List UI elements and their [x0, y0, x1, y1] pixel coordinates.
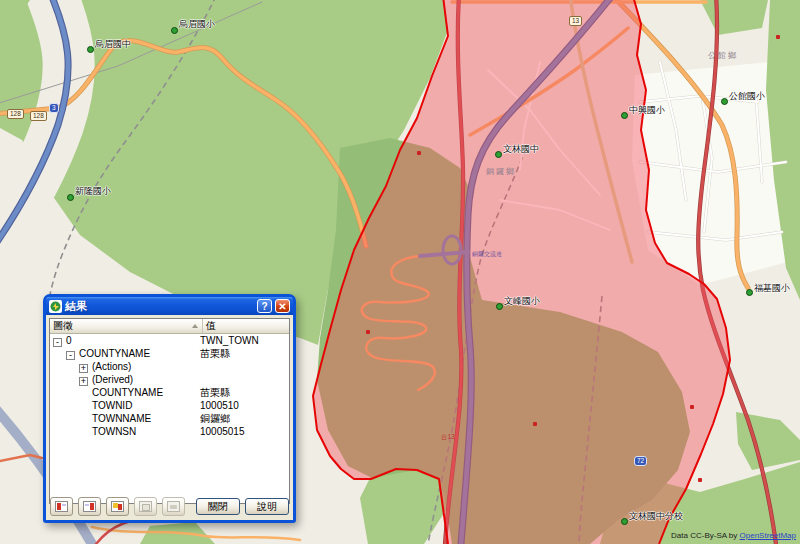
openstreetmap-link[interactable]: OpenStreetMap: [740, 531, 796, 540]
feature-value: 苗栗縣: [200, 347, 230, 360]
table-row[interactable]: COUNTYNAME苗栗縣: [50, 386, 289, 399]
feature-name: TOWNID: [92, 400, 132, 411]
sort-indicator: [192, 324, 198, 328]
expand-new-results-icon: [111, 501, 124, 512]
table-row[interactable]: +(Actions): [50, 360, 289, 373]
column-header-value[interactable]: 值: [203, 319, 289, 333]
table-row[interactable]: -0TWN_TOWN: [50, 334, 289, 347]
feature-value: 1000510: [200, 399, 239, 412]
collapse-tree-button[interactable]: [78, 497, 101, 516]
window-title: 結果: [65, 299, 254, 314]
print-button[interactable]: [162, 497, 185, 516]
results-table[interactable]: 圖徵 值 -0TWN_TOWN-COUNTYNAME苗栗縣+(Actions)+…: [49, 318, 290, 504]
results-toolbar: [50, 497, 185, 516]
table-row[interactable]: TOWNSN10005015: [50, 425, 289, 438]
expand-tree-button[interactable]: [50, 497, 73, 516]
expand-tree-icon: [55, 501, 68, 512]
dialog-button-row: 關閉 說明: [50, 497, 289, 516]
feature-name: (Actions): [92, 361, 131, 372]
print-icon: [167, 501, 180, 512]
tree-expand-toggle[interactable]: +: [79, 364, 88, 373]
expand-new-results-button[interactable]: [106, 497, 129, 516]
table-row[interactable]: +(Derived): [50, 373, 289, 386]
feature-name: TOWNSN: [92, 426, 136, 437]
tree-expand-toggle[interactable]: +: [79, 377, 88, 386]
feature-name: COUNTYNAME: [79, 348, 150, 359]
identify-results-window: 結果 ? ✕ 圖徵 值 -0TWN_TOWN-COUNTYNAME苗栗縣+(Ac…: [43, 294, 296, 523]
feature-value: TWN_TOWN: [200, 334, 259, 347]
feature-name: TOWNNAME: [92, 413, 151, 424]
column-header-feature[interactable]: 圖徵: [50, 319, 203, 333]
help-dialog-button[interactable]: 說明: [245, 498, 289, 515]
table-row[interactable]: -COUNTYNAME苗栗縣: [50, 347, 289, 360]
feature-name: 0: [66, 335, 72, 346]
qgis-icon: [49, 300, 62, 313]
table-header[interactable]: 圖徵 值: [50, 319, 289, 334]
tree-collapse-toggle[interactable]: -: [66, 351, 75, 360]
table-row[interactable]: TOWNNAME銅鑼鄉: [50, 412, 289, 425]
table-body: -0TWN_TOWN-COUNTYNAME苗栗縣+(Actions)+(Deri…: [50, 334, 289, 438]
copy-feature-button[interactable]: [134, 497, 157, 516]
window-help-button[interactable]: ?: [257, 299, 272, 313]
feature-value: 10005015: [200, 425, 245, 438]
window-client-area: 圖徵 值 -0TWN_TOWN-COUNTYNAME苗栗縣+(Actions)+…: [46, 315, 293, 520]
copy-feature-icon: [139, 501, 152, 512]
window-close-button[interactable]: ✕: [275, 299, 290, 313]
collapse-tree-icon: [83, 501, 96, 512]
map-attribution: Data CC-By-SA by OpenStreetMap: [671, 531, 796, 540]
feature-name: COUNTYNAME: [92, 387, 163, 398]
table-row[interactable]: TOWNID1000510: [50, 399, 289, 412]
feature-value: 銅鑼鄉: [200, 412, 230, 425]
window-titlebar[interactable]: 結果 ? ✕: [46, 297, 293, 315]
application-window: 銅鑼交流道 Data CC-By-SA by OpenStreetMap 烏眉國…: [0, 0, 800, 544]
tree-collapse-toggle[interactable]: -: [53, 338, 62, 347]
feature-name: (Derived): [92, 374, 133, 385]
close-dialog-button[interactable]: 關閉: [196, 498, 240, 515]
attribution-text: Data CC-By-SA by: [671, 531, 739, 540]
feature-value: 苗栗縣: [200, 386, 230, 399]
